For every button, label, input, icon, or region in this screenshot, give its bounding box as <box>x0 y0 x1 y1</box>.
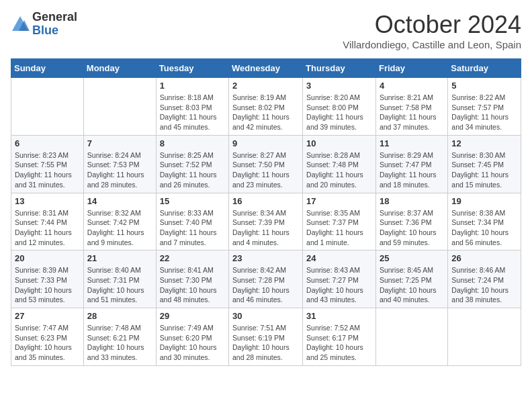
col-header-sunday: Sunday <box>11 59 84 78</box>
day-number: 21 <box>87 253 152 263</box>
calendar-table: SundayMondayTuesdayWednesdayThursdayFrid… <box>11 58 521 366</box>
logo: General Blue <box>11 11 77 38</box>
day-number: 11 <box>380 138 444 148</box>
day-number: 19 <box>451 196 517 206</box>
day-number: 20 <box>15 253 80 263</box>
day-number: 23 <box>232 253 299 263</box>
col-header-tuesday: Tuesday <box>156 59 228 78</box>
cell-info: Sunrise: 8:33 AM Sunset: 7:40 PM Dayligh… <box>160 208 225 248</box>
calendar-cell <box>83 78 156 136</box>
day-number: 3 <box>306 81 372 91</box>
calendar-week-row: 13Sunrise: 8:31 AM Sunset: 7:44 PM Dayli… <box>11 193 521 250</box>
col-header-wednesday: Wednesday <box>229 59 303 78</box>
calendar-cell: 21Sunrise: 8:40 AM Sunset: 7:31 PM Dayli… <box>83 250 156 308</box>
day-number: 29 <box>160 311 225 321</box>
col-header-thursday: Thursday <box>303 59 376 78</box>
day-number: 7 <box>87 138 152 148</box>
day-number: 27 <box>15 311 80 321</box>
cell-info: Sunrise: 7:51 AM Sunset: 6:19 PM Dayligh… <box>232 323 299 363</box>
cell-info: Sunrise: 8:34 AM Sunset: 7:39 PM Dayligh… <box>232 208 299 248</box>
day-number: 16 <box>232 196 299 206</box>
calendar-cell: 2Sunrise: 8:19 AM Sunset: 8:02 PM Daylig… <box>229 78 303 136</box>
calendar-cell: 31Sunrise: 7:52 AM Sunset: 6:17 PM Dayli… <box>303 308 376 366</box>
calendar-cell: 7Sunrise: 8:24 AM Sunset: 7:53 PM Daylig… <box>83 135 156 193</box>
calendar-cell: 26Sunrise: 8:46 AM Sunset: 7:24 PM Dayli… <box>448 250 521 308</box>
cell-info: Sunrise: 8:24 AM Sunset: 7:53 PM Dayligh… <box>87 150 152 190</box>
day-number: 1 <box>160 81 225 91</box>
calendar-cell: 29Sunrise: 7:49 AM Sunset: 6:20 PM Dayli… <box>156 308 228 366</box>
cell-info: Sunrise: 8:22 AM Sunset: 7:57 PM Dayligh… <box>451 93 517 132</box>
calendar-cell: 18Sunrise: 8:37 AM Sunset: 7:36 PM Dayli… <box>375 193 447 250</box>
cell-info: Sunrise: 7:52 AM Sunset: 6:17 PM Dayligh… <box>306 323 372 363</box>
calendar-cell: 17Sunrise: 8:35 AM Sunset: 7:37 PM Dayli… <box>303 193 376 250</box>
day-number: 10 <box>306 138 372 148</box>
cell-info: Sunrise: 8:30 AM Sunset: 7:45 PM Dayligh… <box>451 150 517 190</box>
cell-info: Sunrise: 8:25 AM Sunset: 7:52 PM Dayligh… <box>160 150 225 190</box>
day-number: 31 <box>306 311 372 321</box>
col-header-saturday: Saturday <box>448 59 521 78</box>
cell-info: Sunrise: 8:45 AM Sunset: 7:25 PM Dayligh… <box>380 265 444 305</box>
calendar-cell: 11Sunrise: 8:29 AM Sunset: 7:47 PM Dayli… <box>375 135 447 193</box>
cell-info: Sunrise: 8:37 AM Sunset: 7:36 PM Dayligh… <box>380 208 444 248</box>
cell-info: Sunrise: 8:38 AM Sunset: 7:34 PM Dayligh… <box>451 208 517 248</box>
calendar-cell: 4Sunrise: 8:21 AM Sunset: 7:58 PM Daylig… <box>375 78 447 136</box>
day-number: 5 <box>451 81 517 91</box>
calendar-cell: 13Sunrise: 8:31 AM Sunset: 7:44 PM Dayli… <box>11 193 84 250</box>
logo-blue-text: Blue <box>32 24 58 37</box>
day-number: 26 <box>451 253 517 263</box>
day-number: 18 <box>380 196 444 206</box>
cell-info: Sunrise: 7:49 AM Sunset: 6:20 PM Dayligh… <box>160 323 225 363</box>
calendar-cell: 14Sunrise: 8:32 AM Sunset: 7:42 PM Dayli… <box>83 193 156 250</box>
cell-info: Sunrise: 8:27 AM Sunset: 7:50 PM Dayligh… <box>232 150 299 190</box>
cell-info: Sunrise: 8:39 AM Sunset: 7:33 PM Dayligh… <box>15 265 80 305</box>
day-number: 9 <box>232 138 299 148</box>
day-number: 30 <box>232 311 299 321</box>
day-number: 12 <box>451 138 517 148</box>
calendar-week-row: 1Sunrise: 8:18 AM Sunset: 8:03 PM Daylig… <box>11 78 521 136</box>
day-number: 25 <box>380 253 444 263</box>
calendar-cell: 15Sunrise: 8:33 AM Sunset: 7:40 PM Dayli… <box>156 193 228 250</box>
calendar-cell: 16Sunrise: 8:34 AM Sunset: 7:39 PM Dayli… <box>229 193 303 250</box>
cell-info: Sunrise: 8:41 AM Sunset: 7:30 PM Dayligh… <box>160 265 225 305</box>
calendar-cell: 5Sunrise: 8:22 AM Sunset: 7:57 PM Daylig… <box>448 78 521 136</box>
calendar-header-row: SundayMondayTuesdayWednesdayThursdayFrid… <box>11 59 521 78</box>
logo-general-text: General <box>32 10 77 24</box>
cell-info: Sunrise: 8:46 AM Sunset: 7:24 PM Dayligh… <box>451 265 517 305</box>
day-number: 8 <box>160 138 225 148</box>
calendar-cell: 27Sunrise: 7:47 AM Sunset: 6:23 PM Dayli… <box>11 308 84 366</box>
calendar-week-row: 6Sunrise: 8:23 AM Sunset: 7:55 PM Daylig… <box>11 135 521 193</box>
page-header: General Blue October 2024 Villardondiego… <box>11 11 521 50</box>
calendar-cell: 22Sunrise: 8:41 AM Sunset: 7:30 PM Dayli… <box>156 250 228 308</box>
cell-info: Sunrise: 7:47 AM Sunset: 6:23 PM Dayligh… <box>15 323 80 363</box>
calendar-week-row: 27Sunrise: 7:47 AM Sunset: 6:23 PM Dayli… <box>11 308 521 366</box>
day-number: 6 <box>15 138 80 148</box>
calendar-cell: 25Sunrise: 8:45 AM Sunset: 7:25 PM Dayli… <box>375 250 447 308</box>
cell-info: Sunrise: 7:48 AM Sunset: 6:21 PM Dayligh… <box>87 323 152 363</box>
day-number: 28 <box>87 311 152 321</box>
cell-info: Sunrise: 8:31 AM Sunset: 7:44 PM Dayligh… <box>15 208 80 248</box>
calendar-cell <box>11 78 84 136</box>
calendar-cell: 23Sunrise: 8:42 AM Sunset: 7:28 PM Dayli… <box>229 250 303 308</box>
title-block: October 2024 Villardondiego, Castille an… <box>343 11 521 50</box>
cell-info: Sunrise: 8:42 AM Sunset: 7:28 PM Dayligh… <box>232 265 299 305</box>
calendar-cell: 6Sunrise: 8:23 AM Sunset: 7:55 PM Daylig… <box>11 135 84 193</box>
cell-info: Sunrise: 8:20 AM Sunset: 8:00 PM Dayligh… <box>306 93 372 132</box>
day-number: 24 <box>306 253 372 263</box>
cell-info: Sunrise: 8:18 AM Sunset: 8:03 PM Dayligh… <box>160 93 225 132</box>
cell-info: Sunrise: 8:29 AM Sunset: 7:47 PM Dayligh… <box>380 150 444 190</box>
month-title: October 2024 <box>343 11 521 39</box>
day-number: 17 <box>306 196 372 206</box>
calendar-cell: 12Sunrise: 8:30 AM Sunset: 7:45 PM Dayli… <box>448 135 521 193</box>
day-number: 4 <box>380 81 444 91</box>
calendar-cell: 24Sunrise: 8:43 AM Sunset: 7:27 PM Dayli… <box>303 250 376 308</box>
calendar-cell: 8Sunrise: 8:25 AM Sunset: 7:52 PM Daylig… <box>156 135 228 193</box>
col-header-friday: Friday <box>375 59 447 78</box>
cell-info: Sunrise: 8:28 AM Sunset: 7:48 PM Dayligh… <box>306 150 372 190</box>
cell-info: Sunrise: 8:32 AM Sunset: 7:42 PM Dayligh… <box>87 208 152 248</box>
calendar-cell: 1Sunrise: 8:18 AM Sunset: 8:03 PM Daylig… <box>156 78 228 136</box>
cell-info: Sunrise: 8:40 AM Sunset: 7:31 PM Dayligh… <box>87 265 152 305</box>
calendar-cell: 9Sunrise: 8:27 AM Sunset: 7:50 PM Daylig… <box>229 135 303 193</box>
day-number: 2 <box>232 81 299 91</box>
cell-info: Sunrise: 8:23 AM Sunset: 7:55 PM Dayligh… <box>15 150 80 190</box>
calendar-cell: 28Sunrise: 7:48 AM Sunset: 6:21 PM Dayli… <box>83 308 156 366</box>
